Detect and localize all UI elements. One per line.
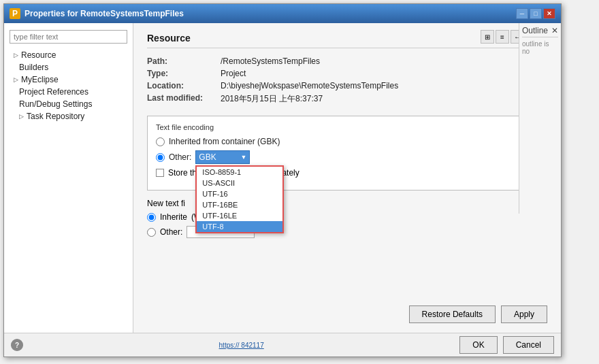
selected-encoding: GBK <box>199 152 238 162</box>
encoding-dropdown-popup: ISO-8859-1 US-ASCII UTF-16 UTF-16BE UTF-… <box>195 165 284 233</box>
store-checkbox[interactable] <box>156 169 164 177</box>
status-url: https:// 842117 <box>29 342 454 349</box>
expand-arrow: ▷ <box>14 52 18 59</box>
main-window: P Properties for RemoteSystemsTempFiles … <box>3 3 562 357</box>
other-newline-label: Other: <box>160 227 182 237</box>
outline-close-btn[interactable]: ✕ <box>551 26 558 35</box>
grid-icon[interactable]: ⊞ <box>481 30 494 44</box>
dropdown-arrow: ▼ <box>240 154 246 161</box>
window-icon: P <box>10 8 20 19</box>
path-value: /RemoteSystemsTempFiles <box>221 56 547 66</box>
encoding-dropdown: GBK ▼ ISO-8859-1 US-ASCII UTF-16 UTF-16B… <box>195 150 250 164</box>
other-radio-row: Other: GBK ▼ ISO-8859-1 US-ASCII UTF-16 <box>156 150 538 164</box>
dropdown-item-usascii[interactable]: US-ASCII <box>197 178 282 188</box>
maximize-button[interactable]: □ <box>530 8 542 19</box>
other-newline-radio[interactable] <box>147 228 156 237</box>
path-label: Path: <box>147 56 215 66</box>
sidebar: ▷ Resource Builders ▷ MyEclipse Project … <box>4 23 133 333</box>
sidebar-item-label: Builders <box>19 63 48 72</box>
encoding-section: Text file encoding Inherited from contai… <box>147 116 547 191</box>
sidebar-item-label: Resource <box>21 50 56 60</box>
minimize-button[interactable]: ─ <box>516 8 528 19</box>
help-icon[interactable]: ? <box>11 339 23 351</box>
inherited-windows-radio[interactable] <box>147 213 156 222</box>
close-button[interactable]: ✕ <box>543 8 555 19</box>
restore-defaults-button[interactable]: Restore Defaults <box>409 305 496 323</box>
list-icon[interactable]: ≡ <box>496 30 509 44</box>
dropdown-item-utf16le[interactable]: UTF-16LE <box>197 210 282 221</box>
sidebar-item-run-debug[interactable]: Run/Debug Settings <box>4 98 133 110</box>
ok-button[interactable]: OK <box>459 336 497 354</box>
sidebar-item-project-references[interactable]: Project References <box>4 86 133 98</box>
inherited-radio-row: Inherited from container (GBK) <box>156 137 538 146</box>
titlebar: P Properties for RemoteSystemsTempFiles … <box>4 4 561 23</box>
window-title: Properties for RemoteSystemsTempFiles <box>25 9 516 18</box>
info-grid: Path: /RemoteSystemsTempFiles Type: Proj… <box>147 56 547 105</box>
sidebar-item-label: Task Repository <box>27 112 84 121</box>
type-label: Type: <box>147 69 215 78</box>
sidebar-item-label: MyEclipse <box>21 75 59 84</box>
bottom-buttons: Restore Defaults Apply <box>147 299 547 323</box>
sidebar-item-task-repository[interactable]: ▷ Task Repository <box>4 110 133 122</box>
window-controls: ─ □ ✕ <box>516 8 555 19</box>
main-content: ⊞ ≡ ← → ▾ Resource Path: /RemoteSystemsT… <box>133 23 561 333</box>
encoding-title: Text file encoding <box>156 123 538 131</box>
filter-box <box>10 30 127 44</box>
other-label: Other: <box>169 152 191 162</box>
dropdown-item-utf16be[interactable]: UTF-16BE <box>197 199 282 210</box>
dropdown-item-utf16[interactable]: UTF-16 <box>197 188 282 199</box>
expand-arrow: ▷ <box>19 113 24 120</box>
other-radio[interactable] <box>156 153 165 162</box>
type-value: Project <box>221 69 547 78</box>
bottom-bar: ? https:// 842117 OK Cancel <box>4 333 561 357</box>
dropdown-item-utf8[interactable]: UTF-8 <box>197 221 282 232</box>
outline-title-label: Outline <box>522 26 548 35</box>
encoding-select[interactable]: GBK ▼ <box>195 150 250 164</box>
location-value: D:\biyeshejWokspase\RemoteSystemsTempFil… <box>221 81 547 90</box>
dropdown-item-iso[interactable]: ISO-8859-1 <box>197 167 282 178</box>
outline-panel: Outline ✕ outline is no <box>519 23 561 214</box>
inherited-radio[interactable] <box>156 137 165 146</box>
outline-title-bar: Outline ✕ <box>522 26 558 37</box>
sidebar-item-builders[interactable]: Builders <box>4 61 133 73</box>
sidebar-item-label: Project References <box>19 87 88 97</box>
modified-label: Last modified: <box>147 93 215 105</box>
sidebar-item-myeclipse[interactable]: ▷ MyEclipse <box>4 73 133 86</box>
cancel-button[interactable]: Cancel <box>503 336 554 354</box>
sidebar-item-label: Run/Debug Settings <box>19 99 92 109</box>
inherited-label: Inherited from container (GBK) <box>169 137 280 146</box>
filter-input[interactable] <box>10 30 127 44</box>
apply-button[interactable]: Apply <box>501 305 547 323</box>
modified-value: 2018年5月15日 上午8:37:37 <box>221 93 547 105</box>
outline-content: outline is no <box>522 40 558 55</box>
location-label: Location: <box>147 81 215 90</box>
sidebar-item-resource[interactable]: ▷ Resource <box>4 49 133 61</box>
expand-arrow: ▷ <box>14 76 18 83</box>
